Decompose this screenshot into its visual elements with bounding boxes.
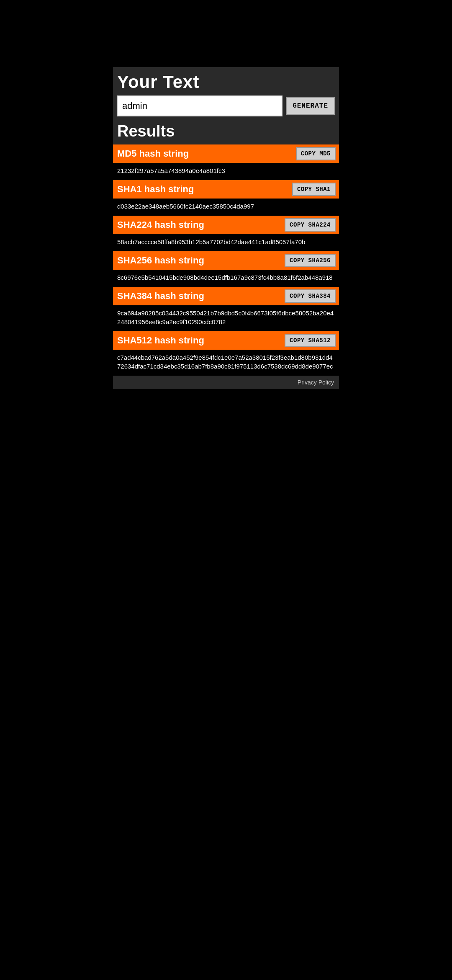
hash-value-sha224: 58acb7acccce58ffa8b953b12b5a7702bd42dae4… bbox=[113, 234, 339, 251]
hash-section-sha1: SHA1 hash stringCOPY SHA1d033e22ae348aeb… bbox=[113, 180, 339, 216]
hash-section-md5: MD5 hash stringCOPY MD521232f297a57a5a74… bbox=[113, 144, 339, 180]
text-input[interactable] bbox=[117, 95, 282, 116]
copy-button-sha224[interactable]: COPY SHA224 bbox=[285, 218, 336, 232]
your-text-heading: Your Text bbox=[117, 72, 335, 92]
hash-title-sha384: SHA384 hash string bbox=[117, 291, 204, 302]
footer: Privacy Policy bbox=[113, 376, 339, 389]
hash-section-sha256: SHA256 hash stringCOPY SHA2568c6976e5b54… bbox=[113, 251, 339, 287]
hash-value-sha256: 8c6976e5b5410415bde908bd4dee15dfb167a9c8… bbox=[113, 270, 339, 287]
hash-header-sha384: SHA384 hash stringCOPY SHA384 bbox=[113, 287, 339, 305]
hash-section-sha512: SHA512 hash stringCOPY SHA512c7ad44cbad7… bbox=[113, 331, 339, 376]
hashes-container: MD5 hash stringCOPY MD521232f297a57a5a74… bbox=[113, 144, 339, 376]
copy-button-sha384[interactable]: COPY SHA384 bbox=[285, 289, 336, 303]
copy-button-sha1[interactable]: COPY SHA1 bbox=[292, 183, 336, 196]
copy-button-sha256[interactable]: COPY SHA256 bbox=[285, 254, 336, 267]
hash-header-sha224: SHA224 hash stringCOPY SHA224 bbox=[113, 216, 339, 234]
hash-header-md5: MD5 hash stringCOPY MD5 bbox=[113, 144, 339, 163]
hash-section-sha224: SHA224 hash stringCOPY SHA22458acb7acccc… bbox=[113, 216, 339, 251]
hash-header-sha512: SHA512 hash stringCOPY SHA512 bbox=[113, 331, 339, 350]
copy-button-md5[interactable]: COPY MD5 bbox=[296, 147, 336, 160]
results-heading: Results bbox=[113, 120, 339, 144]
top-spacer bbox=[113, 0, 339, 67]
hash-title-sha512: SHA512 hash string bbox=[117, 335, 204, 346]
input-row: GENERATE bbox=[117, 95, 335, 116]
hash-value-md5: 21232f297a57a5a743894a0e4a801fc3 bbox=[113, 163, 339, 180]
hash-value-sha384: 9ca694a90285c034432c9550421b7b9dbd5c0f4b… bbox=[113, 305, 339, 331]
hash-title-sha1: SHA1 hash string bbox=[117, 184, 194, 195]
privacy-policy-link[interactable]: Privacy Policy bbox=[298, 379, 334, 386]
hash-section-sha384: SHA384 hash stringCOPY SHA3849ca694a9028… bbox=[113, 287, 339, 331]
bottom-spacer bbox=[113, 389, 339, 439]
copy-button-sha512[interactable]: COPY SHA512 bbox=[285, 334, 336, 347]
hash-title-md5: MD5 hash string bbox=[117, 148, 189, 159]
hash-value-sha512: c7ad44cbad762a5da0a452f9e854fdc1e0e7a52a… bbox=[113, 350, 339, 376]
hash-header-sha1: SHA1 hash stringCOPY SHA1 bbox=[113, 180, 339, 199]
hash-title-sha224: SHA224 hash string bbox=[117, 219, 204, 230]
hash-header-sha256: SHA256 hash stringCOPY SHA256 bbox=[113, 251, 339, 270]
generate-button[interactable]: GENERATE bbox=[286, 97, 335, 115]
hash-value-sha1: d033e22ae348aeb5660fc2140aec35850c4da997 bbox=[113, 199, 339, 216]
header-section: Your Text GENERATE bbox=[113, 67, 339, 120]
hash-title-sha256: SHA256 hash string bbox=[117, 255, 204, 266]
